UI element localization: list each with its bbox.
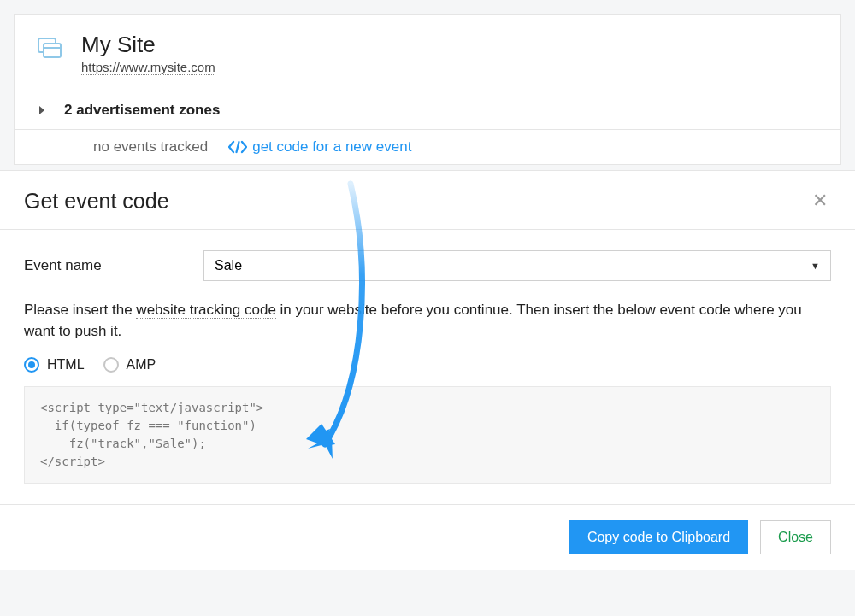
site-header: My Site https://www.mysite.com <box>15 15 840 91</box>
code-box[interactable]: <script type="text/javascript"> if(typeo… <box>24 386 831 484</box>
site-icon <box>35 35 66 66</box>
close-button[interactable]: Close <box>760 520 831 554</box>
zones-row[interactable]: 2 advertisement zones <box>15 91 840 129</box>
help-text: Please insert the website tracking code … <box>24 300 831 342</box>
radio-circle-icon <box>24 357 39 373</box>
get-event-code-modal: Get event code ✕ Event name Sale ▼ Pleas… <box>0 170 855 570</box>
get-code-link[interactable]: get code for a new event <box>228 138 411 155</box>
copy-button[interactable]: Copy code to Clipboard <box>569 520 748 554</box>
chevron-right-icon <box>35 103 49 117</box>
caret-down-icon: ▼ <box>811 261 820 271</box>
event-name-value: Sale <box>215 258 242 273</box>
radio-amp-label: AMP <box>127 357 156 373</box>
code-icon <box>228 139 247 155</box>
radio-amp[interactable]: AMP <box>103 357 156 373</box>
no-events-label: no events tracked <box>93 138 208 155</box>
svg-line-3 <box>237 142 239 152</box>
radio-circle-icon <box>103 357 119 373</box>
site-url-link[interactable]: https://www.mysite.com <box>81 60 215 75</box>
close-icon[interactable]: ✕ <box>809 188 831 214</box>
get-code-link-label: get code for a new event <box>252 138 411 155</box>
radio-html[interactable]: HTML <box>24 357 85 373</box>
event-name-label: Event name <box>24 257 203 274</box>
svg-rect-1 <box>44 44 61 57</box>
events-row: no events tracked get code for a new eve… <box>15 129 840 164</box>
event-name-select[interactable]: Sale ▼ <box>203 250 831 281</box>
site-title: My Site <box>81 32 215 58</box>
zones-count-label: 2 advertisement zones <box>64 102 220 119</box>
radio-html-label: HTML <box>47 357 85 373</box>
tracking-code-link[interactable]: website tracking code <box>136 302 275 319</box>
modal-title: Get event code <box>24 189 169 214</box>
